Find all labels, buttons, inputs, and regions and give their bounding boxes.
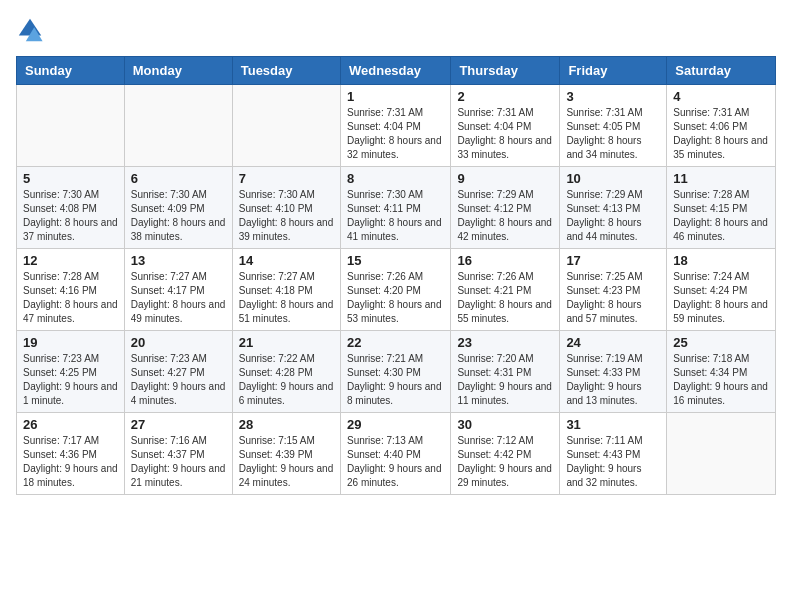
day-info: Sunrise: 7:28 AM Sunset: 4:16 PM Dayligh… (23, 270, 118, 326)
day-number: 14 (239, 253, 334, 268)
calendar-cell (124, 85, 232, 167)
day-number: 17 (566, 253, 660, 268)
day-info: Sunrise: 7:26 AM Sunset: 4:20 PM Dayligh… (347, 270, 444, 326)
calendar-cell: 4Sunrise: 7:31 AM Sunset: 4:06 PM Daylig… (667, 85, 776, 167)
day-number: 23 (457, 335, 553, 350)
calendar-cell: 28Sunrise: 7:15 AM Sunset: 4:39 PM Dayli… (232, 413, 340, 495)
calendar-cell: 26Sunrise: 7:17 AM Sunset: 4:36 PM Dayli… (17, 413, 125, 495)
day-number: 31 (566, 417, 660, 432)
day-number: 30 (457, 417, 553, 432)
calendar-cell: 6Sunrise: 7:30 AM Sunset: 4:09 PM Daylig… (124, 167, 232, 249)
day-info: Sunrise: 7:30 AM Sunset: 4:08 PM Dayligh… (23, 188, 118, 244)
calendar-week-row: 12Sunrise: 7:28 AM Sunset: 4:16 PM Dayli… (17, 249, 776, 331)
calendar-cell (667, 413, 776, 495)
day-info: Sunrise: 7:29 AM Sunset: 4:13 PM Dayligh… (566, 188, 660, 244)
day-info: Sunrise: 7:19 AM Sunset: 4:33 PM Dayligh… (566, 352, 660, 408)
column-header-friday: Friday (560, 57, 667, 85)
calendar-cell: 31Sunrise: 7:11 AM Sunset: 4:43 PM Dayli… (560, 413, 667, 495)
day-number: 12 (23, 253, 118, 268)
calendar-cell: 17Sunrise: 7:25 AM Sunset: 4:23 PM Dayli… (560, 249, 667, 331)
day-info: Sunrise: 7:25 AM Sunset: 4:23 PM Dayligh… (566, 270, 660, 326)
day-number: 22 (347, 335, 444, 350)
calendar-cell: 27Sunrise: 7:16 AM Sunset: 4:37 PM Dayli… (124, 413, 232, 495)
day-number: 1 (347, 89, 444, 104)
calendar-header-row: SundayMondayTuesdayWednesdayThursdayFrid… (17, 57, 776, 85)
day-number: 16 (457, 253, 553, 268)
day-info: Sunrise: 7:13 AM Sunset: 4:40 PM Dayligh… (347, 434, 444, 490)
calendar-table: SundayMondayTuesdayWednesdayThursdayFrid… (16, 56, 776, 495)
day-info: Sunrise: 7:17 AM Sunset: 4:36 PM Dayligh… (23, 434, 118, 490)
day-number: 18 (673, 253, 769, 268)
day-info: Sunrise: 7:23 AM Sunset: 4:25 PM Dayligh… (23, 352, 118, 408)
calendar-cell: 15Sunrise: 7:26 AM Sunset: 4:20 PM Dayli… (340, 249, 450, 331)
day-number: 13 (131, 253, 226, 268)
calendar-cell: 23Sunrise: 7:20 AM Sunset: 4:31 PM Dayli… (451, 331, 560, 413)
day-number: 11 (673, 171, 769, 186)
calendar-cell: 9Sunrise: 7:29 AM Sunset: 4:12 PM Daylig… (451, 167, 560, 249)
calendar-cell: 18Sunrise: 7:24 AM Sunset: 4:24 PM Dayli… (667, 249, 776, 331)
day-number: 19 (23, 335, 118, 350)
day-info: Sunrise: 7:24 AM Sunset: 4:24 PM Dayligh… (673, 270, 769, 326)
day-info: Sunrise: 7:12 AM Sunset: 4:42 PM Dayligh… (457, 434, 553, 490)
day-number: 20 (131, 335, 226, 350)
calendar-cell: 19Sunrise: 7:23 AM Sunset: 4:25 PM Dayli… (17, 331, 125, 413)
day-info: Sunrise: 7:31 AM Sunset: 4:04 PM Dayligh… (347, 106, 444, 162)
day-info: Sunrise: 7:23 AM Sunset: 4:27 PM Dayligh… (131, 352, 226, 408)
calendar-cell: 25Sunrise: 7:18 AM Sunset: 4:34 PM Dayli… (667, 331, 776, 413)
day-number: 29 (347, 417, 444, 432)
calendar-cell: 24Sunrise: 7:19 AM Sunset: 4:33 PM Dayli… (560, 331, 667, 413)
svg-marker-0 (19, 19, 41, 36)
day-number: 21 (239, 335, 334, 350)
calendar-cell: 29Sunrise: 7:13 AM Sunset: 4:40 PM Dayli… (340, 413, 450, 495)
calendar-cell: 7Sunrise: 7:30 AM Sunset: 4:10 PM Daylig… (232, 167, 340, 249)
day-info: Sunrise: 7:31 AM Sunset: 4:04 PM Dayligh… (457, 106, 553, 162)
calendar-week-row: 1Sunrise: 7:31 AM Sunset: 4:04 PM Daylig… (17, 85, 776, 167)
calendar-cell: 22Sunrise: 7:21 AM Sunset: 4:30 PM Dayli… (340, 331, 450, 413)
calendar-cell: 11Sunrise: 7:28 AM Sunset: 4:15 PM Dayli… (667, 167, 776, 249)
calendar-cell: 13Sunrise: 7:27 AM Sunset: 4:17 PM Dayli… (124, 249, 232, 331)
day-info: Sunrise: 7:16 AM Sunset: 4:37 PM Dayligh… (131, 434, 226, 490)
day-info: Sunrise: 7:27 AM Sunset: 4:17 PM Dayligh… (131, 270, 226, 326)
day-info: Sunrise: 7:31 AM Sunset: 4:05 PM Dayligh… (566, 106, 660, 162)
calendar-week-row: 5Sunrise: 7:30 AM Sunset: 4:08 PM Daylig… (17, 167, 776, 249)
calendar-cell: 12Sunrise: 7:28 AM Sunset: 4:16 PM Dayli… (17, 249, 125, 331)
calendar-cell: 14Sunrise: 7:27 AM Sunset: 4:18 PM Dayli… (232, 249, 340, 331)
day-info: Sunrise: 7:31 AM Sunset: 4:06 PM Dayligh… (673, 106, 769, 162)
day-number: 24 (566, 335, 660, 350)
calendar-cell: 20Sunrise: 7:23 AM Sunset: 4:27 PM Dayli… (124, 331, 232, 413)
day-info: Sunrise: 7:18 AM Sunset: 4:34 PM Dayligh… (673, 352, 769, 408)
day-info: Sunrise: 7:21 AM Sunset: 4:30 PM Dayligh… (347, 352, 444, 408)
day-info: Sunrise: 7:30 AM Sunset: 4:11 PM Dayligh… (347, 188, 444, 244)
day-info: Sunrise: 7:22 AM Sunset: 4:28 PM Dayligh… (239, 352, 334, 408)
day-number: 27 (131, 417, 226, 432)
page-header (16, 16, 776, 44)
calendar-cell: 8Sunrise: 7:30 AM Sunset: 4:11 PM Daylig… (340, 167, 450, 249)
day-info: Sunrise: 7:28 AM Sunset: 4:15 PM Dayligh… (673, 188, 769, 244)
calendar-cell: 21Sunrise: 7:22 AM Sunset: 4:28 PM Dayli… (232, 331, 340, 413)
calendar-cell: 1Sunrise: 7:31 AM Sunset: 4:04 PM Daylig… (340, 85, 450, 167)
calendar-cell: 3Sunrise: 7:31 AM Sunset: 4:05 PM Daylig… (560, 85, 667, 167)
calendar-week-row: 19Sunrise: 7:23 AM Sunset: 4:25 PM Dayli… (17, 331, 776, 413)
day-info: Sunrise: 7:30 AM Sunset: 4:10 PM Dayligh… (239, 188, 334, 244)
day-number: 4 (673, 89, 769, 104)
column-header-tuesday: Tuesday (232, 57, 340, 85)
day-number: 3 (566, 89, 660, 104)
logo (16, 16, 48, 44)
day-number: 8 (347, 171, 444, 186)
day-number: 25 (673, 335, 769, 350)
calendar-cell: 5Sunrise: 7:30 AM Sunset: 4:08 PM Daylig… (17, 167, 125, 249)
column-header-wednesday: Wednesday (340, 57, 450, 85)
day-number: 10 (566, 171, 660, 186)
day-info: Sunrise: 7:11 AM Sunset: 4:43 PM Dayligh… (566, 434, 660, 490)
day-number: 26 (23, 417, 118, 432)
calendar-cell (17, 85, 125, 167)
calendar-cell: 2Sunrise: 7:31 AM Sunset: 4:04 PM Daylig… (451, 85, 560, 167)
calendar-week-row: 26Sunrise: 7:17 AM Sunset: 4:36 PM Dayli… (17, 413, 776, 495)
logo-icon (16, 16, 44, 44)
day-info: Sunrise: 7:30 AM Sunset: 4:09 PM Dayligh… (131, 188, 226, 244)
column-header-saturday: Saturday (667, 57, 776, 85)
day-info: Sunrise: 7:15 AM Sunset: 4:39 PM Dayligh… (239, 434, 334, 490)
day-number: 6 (131, 171, 226, 186)
day-number: 5 (23, 171, 118, 186)
calendar-cell: 16Sunrise: 7:26 AM Sunset: 4:21 PM Dayli… (451, 249, 560, 331)
